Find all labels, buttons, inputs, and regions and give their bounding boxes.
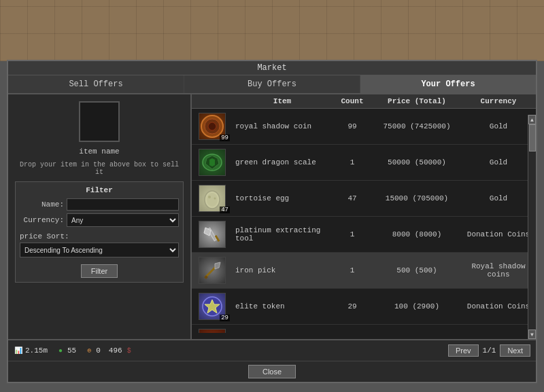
item-price-3: 15000 (705000) [373,194,461,202]
item-name-4: platinum extracting tool [233,226,332,243]
item-icon-cell: 3 [192,326,233,333]
gold-stat: 📊 2.15m [14,346,48,355]
table-row[interactable]: iron pick 1 500 (500) Royal shadow coins [192,253,536,289]
table-scrollbar[interactable]: ▲ ▼ [528,115,536,339]
item-currency-4: Donation Coins [461,230,536,238]
item-drop-box[interactable] [79,101,120,142]
prev-button[interactable]: Prev [448,344,479,357]
svg-marker-11 [215,262,220,269]
item-icon-cell: 29 [192,290,233,323]
item-name-1: royal shadow coin [233,122,332,130]
stat4-icon: $ [124,346,134,355]
item-icon-cell [192,218,233,251]
item-name-3: tortoise egg [233,194,332,202]
game-background [0,0,544,61]
stat2-value: 55 [67,346,76,355]
item-count-4: 1 [332,230,373,238]
col-item: Item [233,97,332,105]
market-window: Market Sell Offers Buy Offers Your Offer… [7,60,537,383]
plat-tool-icon [199,221,226,248]
item-count-6: 29 [332,302,373,310]
stat3-icon: ⊕ [84,346,94,355]
item-price-6: 100 (2900) [373,302,461,310]
filter-name-label: Name: [20,200,64,209]
scroll-track [528,124,536,329]
item-currency-3: Gold [461,194,536,202]
price-sort-label: price Sort: [20,232,179,240]
item-drop-hint: Drop your item in the above box to sell … [15,161,184,176]
item-icon-cell [192,146,233,179]
green-dragon-scale-icon [199,149,226,176]
item-name-label: item name [79,147,119,156]
svg-point-4 [207,193,218,207]
item-name-6: elite token [233,302,332,310]
item-icon-cell: 99 [192,110,233,143]
scroll-up-btn[interactable]: ▲ [528,115,536,124]
table-row[interactable]: 99 royal shadow coin 99 75000 (7425000) … [192,109,536,145]
filter-currency-label: Currency: [20,216,64,224]
item-icon-cell: 47 [192,182,233,215]
item-currency-5: Royal shadow coins [461,262,536,279]
item-count-1: 99 [332,122,373,130]
item-name-5: iron pick [233,266,332,274]
next-button[interactable]: Next [500,344,530,357]
item-currency-2: Gold [461,158,536,166]
filter-title: Filter [20,186,179,194]
item-currency-6: Donation Coins [461,302,536,310]
close-bar: Close [8,361,536,382]
tab-buy-offers[interactable]: Buy Offers [184,75,360,93]
sort-select[interactable]: Descending To Ascending [20,243,179,257]
item-count-3: 47 [332,194,373,202]
tab-sell-offers[interactable]: Sell Offers [8,75,184,93]
table-row[interactable]: 3 tier 3 quest box 3 75 (225) Royal shad… [192,325,536,333]
item-badge-3: 47 [220,207,230,213]
stat3-value: 0 [96,346,101,355]
item-price-1: 75000 (7425000) [373,122,461,130]
item-icon-cell [192,254,233,287]
item-count-2: 1 [332,158,373,166]
stat3: ⊕ 0 [84,346,101,355]
col-icon [192,97,233,105]
stat4: 496 $ [109,346,134,355]
item-badge-1: 99 [220,135,230,141]
svg-point-6 [214,198,216,200]
pagination: Prev 1/1 Next [448,344,530,357]
quest-box-icon [199,329,226,333]
item-price-4: 8000 (8000) [373,230,461,238]
content-area: item name Drop your item in the above bo… [8,94,536,339]
left-panel: item name Drop your item in the above bo… [8,94,192,339]
scroll-thumb[interactable] [529,124,536,152]
stat4-value: 496 [109,346,122,355]
table-row[interactable]: platinum extracting tool 1 8000 (8000) D… [192,217,536,253]
item-price-2: 50000 (50000) [373,158,461,166]
filter-name-row: Name: [20,198,179,211]
stat2-icon: ● [56,346,65,355]
filter-name-input[interactable] [67,198,179,211]
table-row[interactable]: 29 elite token 29 100 (2900) Donation Co… [192,289,536,325]
bottom-bar: 📊 2.15m ● 55 ⊕ 0 496 $ Prev 1/1 Next [8,339,536,361]
col-currency: Currency [461,97,536,105]
col-price: Price (Total) [373,97,461,105]
scroll-down-btn[interactable]: ▼ [528,329,536,339]
filter-currency-select[interactable]: Any [67,213,179,227]
close-button[interactable]: Close [248,365,296,378]
filter-button[interactable]: Filter [81,264,118,278]
svg-point-5 [208,196,211,198]
right-panel: Item Count Price (Total) Currency [192,94,536,339]
table-row[interactable]: green dragon scale 1 50000 (50000) Gold [192,145,536,181]
item-currency-1: Gold [461,122,536,130]
stat2: ● 55 [56,346,76,355]
item-name-2: green dragon scale [233,158,332,166]
gold-amount-icon: 📊 [14,346,23,355]
filter-section: Filter Name: Currency: Any price Sort: D… [15,181,184,283]
item-count-5: 1 [332,266,373,274]
tab-your-offers[interactable]: Your Offers [360,75,536,93]
table-row[interactable]: 47 tortoise egg 47 15000 (705000) Gold [192,181,536,217]
market-label: Market [8,61,536,75]
item-price-5: 500 (500) [373,266,461,274]
page-info: 1/1 [483,346,496,355]
table-header: Item Count Price (Total) Currency [192,94,536,109]
filter-currency-row: Currency: Any [20,213,179,227]
gold-amount: 2.15m [25,346,48,355]
item-badge-6: 29 [220,315,230,321]
